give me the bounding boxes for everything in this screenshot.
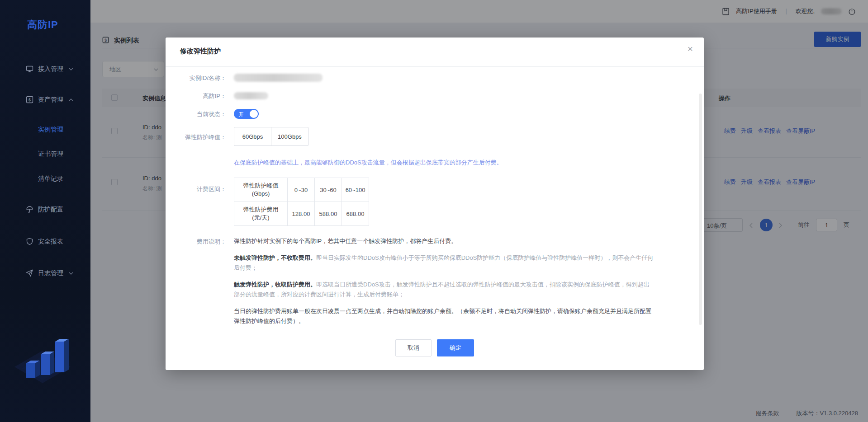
billing-cell: 128.00 xyxy=(288,202,315,226)
cancel-button[interactable]: 取消 xyxy=(395,339,432,356)
toggle-knob xyxy=(250,110,258,118)
modal-scrollbar[interactable] xyxy=(699,94,702,325)
billing-fee-header: 弹性防护费用 (元/天) xyxy=(234,202,288,226)
sidebar-item-log-mgmt[interactable]: 日志管理 xyxy=(0,268,90,279)
sidebar-illustration xyxy=(13,297,72,392)
chevron-down-icon xyxy=(69,272,73,275)
anti-ddos-ip-value-redacted xyxy=(234,92,268,99)
anti-ddos-ip-label: 高防IP： xyxy=(172,92,226,100)
billing-range-label: 计费区间： xyxy=(172,185,226,193)
billing-cell: 30~60 xyxy=(315,178,342,202)
dollar-square-icon: $ xyxy=(26,96,33,103)
confirm-button[interactable]: 确定 xyxy=(437,339,474,356)
umbrella-icon xyxy=(26,206,33,213)
app-logo: 高防IP xyxy=(27,18,58,32)
sidebar-item-label: 安全报表 xyxy=(38,238,63,246)
fee-note: 弹性防护针对实例下的每个高防IP，若其中任意一个触发弹性防护，都将产生后付费。 xyxy=(234,236,655,246)
sidebar-item-label: 日志管理 xyxy=(38,269,63,277)
fee-description-label: 费用说明： xyxy=(172,238,226,246)
billing-range-table: 弹性防护峰值 (Gbps) 0~30 30~60 60~100 弹性防护费用 (… xyxy=(234,178,369,226)
sidebar-item-label: 资产管理 xyxy=(38,96,63,104)
toggle-on-text: 开 xyxy=(238,111,244,118)
sidebar-item-label: 防护配置 xyxy=(38,206,63,214)
fee-note: 未触发弹性防护，不收取费用。即当日实际发生的DDoS攻击峰值小于等于所购买的保底… xyxy=(234,253,655,273)
sidebar-item-inventory-records[interactable]: 清单记录 xyxy=(38,175,90,184)
peak-option-group: 60Gbps 100Gbps xyxy=(234,127,308,146)
chevron-down-icon xyxy=(69,68,73,70)
sidebar-item-access-mgmt[interactable]: 接入管理 xyxy=(0,64,90,75)
billing-cell: 60~100 xyxy=(342,178,369,202)
dialog-header-divider xyxy=(166,66,704,67)
sidebar-item-asset-mgmt[interactable]: $ 资产管理 xyxy=(0,94,90,105)
chevron-up-icon xyxy=(69,98,73,101)
sidebar-item-protection-config[interactable]: 防护配置 xyxy=(0,204,90,215)
elastic-peak-hint: 在保底防护峰值的基础上，最高能够防御的DDoS攻击流量，但会根据超出保底带宽的部… xyxy=(234,159,668,167)
sidebar: 高防IP 接入管理 $ 资产管理 实例管理 证书管理 清单记录 防护配置 安全报… xyxy=(0,0,90,422)
fee-note: 触发弹性防护，收取防护费用。即选取当日所遭受DDoS攻击，触发弹性防护且不超过选… xyxy=(234,280,655,300)
close-icon[interactable]: × xyxy=(688,44,693,53)
dialog-footer: 取消 确定 xyxy=(166,339,704,356)
peak-option-60gbps[interactable]: 60Gbps xyxy=(234,127,271,146)
instance-id-value-redacted xyxy=(234,74,323,82)
elastic-peak-label: 弹性防护峰值： xyxy=(172,133,226,141)
shield-icon xyxy=(26,238,33,245)
billing-peak-row: 弹性防护峰值 (Gbps) 0~30 30~60 60~100 xyxy=(234,178,369,202)
paper-plane-icon xyxy=(26,269,33,277)
billing-peak-header: 弹性防护峰值 (Gbps) xyxy=(234,178,288,202)
svg-text:$: $ xyxy=(28,97,31,102)
fee-note: 当日的弹性防护费用账单一般在次日凌晨一点至两点生成，并自动扣除您的账户余额。（余… xyxy=(234,306,655,326)
sidebar-item-instance-mgmt[interactable]: 实例管理 xyxy=(38,126,90,135)
monitor-icon xyxy=(26,65,33,73)
billing-cell: 688.00 xyxy=(342,202,369,226)
billing-cell: 588.00 xyxy=(315,202,342,226)
peak-option-100gbps[interactable]: 100Gbps xyxy=(271,127,308,146)
dialog-title: 修改弹性防护 xyxy=(180,47,221,56)
status-toggle[interactable]: 开 xyxy=(234,109,259,119)
edit-elastic-protection-dialog: 修改弹性防护 × 实例ID/名称： 高防IP： 当前状态： 开 弹性防护峰值： … xyxy=(166,38,704,370)
billing-cell: 0~30 xyxy=(288,178,315,202)
instance-id-label: 实例ID/名称： xyxy=(172,74,226,82)
sidebar-item-cert-mgmt[interactable]: 证书管理 xyxy=(38,150,90,159)
fee-description: 弹性防护针对实例下的每个高防IP，若其中任意一个触发弹性防护，都将产生后付费。 … xyxy=(234,236,655,333)
sidebar-item-label: 接入管理 xyxy=(38,65,63,73)
billing-fee-row: 弹性防护费用 (元/天) 128.00 588.00 688.00 xyxy=(234,202,369,226)
current-status-label: 当前状态： xyxy=(172,110,226,118)
sidebar-item-security-report[interactable]: 安全报表 xyxy=(0,236,90,247)
